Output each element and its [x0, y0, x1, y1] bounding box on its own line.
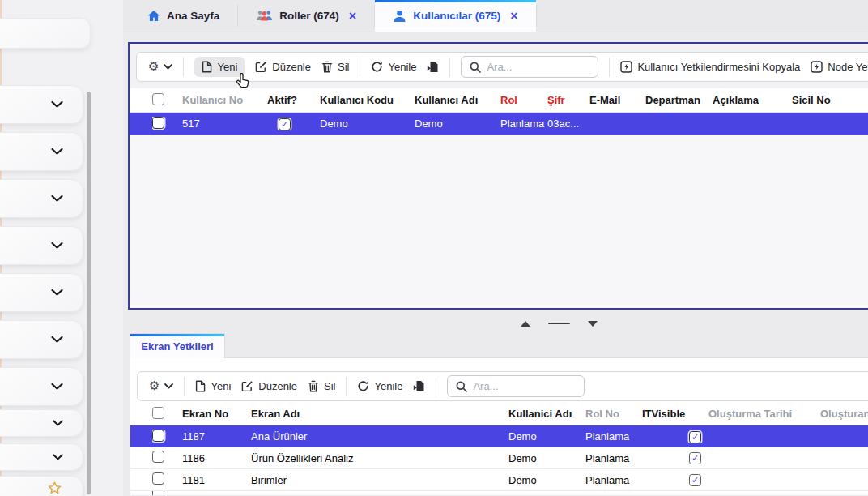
document-icon [202, 61, 212, 73]
sidebar-collapsed-item[interactable] [0, 320, 83, 359]
row-checkbox[interactable] [152, 472, 164, 485]
refresh-button[interactable]: Yenile [371, 61, 416, 73]
close-tab-icon[interactable]: × [349, 10, 356, 23]
chevron-down-icon [51, 148, 63, 156]
column-header[interactable]: Kullanıcı Kodu [320, 94, 415, 106]
sidebar-collapsed-item[interactable] [0, 132, 83, 171]
sidebar-collapsed-item[interactable] [0, 179, 83, 218]
column-header[interactable]: Kullanıcı Adı [415, 94, 500, 106]
toolbar-separator [183, 58, 184, 77]
edit-button[interactable]: Düzenle [241, 380, 297, 392]
table-row[interactable]: 1181 Birimler Demo Planlama [130, 469, 868, 491]
toolbar-separator [346, 377, 347, 396]
table-row[interactable]: 1186 Ürün Özellikleri Analiz Demo Planla… [130, 447, 868, 469]
delete-button[interactable]: Sil [308, 380, 335, 392]
aktif-checkbox[interactable] [279, 118, 291, 130]
itvisible-checkbox[interactable] [689, 474, 701, 486]
column-header[interactable]: Oluşturma Tarihi [708, 408, 820, 420]
chevron-down-icon [51, 101, 63, 109]
table-row-partial[interactable] [130, 491, 868, 496]
column-header[interactable]: Oluşturan K [820, 408, 868, 420]
chevron-down-icon [51, 289, 63, 297]
column-header[interactable]: Ekran No [182, 408, 251, 420]
export-button[interactable] [427, 61, 439, 73]
chevron-down-icon [51, 195, 63, 203]
settings-menu-button[interactable]: ⚙ [148, 61, 172, 73]
refresh-icon [357, 380, 369, 392]
tab-label: Ana Sayfa [167, 10, 219, 22]
splitter-collapse-down-button[interactable] [588, 321, 598, 327]
column-header[interactable]: Kullanıcı No [182, 94, 267, 106]
sidebar-collapsed-item[interactable] [0, 409, 83, 437]
settings-menu-button[interactable]: ⚙ [149, 380, 173, 392]
favorite-star-icon[interactable] [48, 481, 62, 494]
tab-ekran-yetkileri[interactable]: Ekran Yetkileri [130, 333, 225, 358]
sidebar-collapsed-item[interactable] [0, 476, 83, 496]
column-header[interactable]: Sicil No [792, 94, 868, 106]
document-icon [195, 380, 206, 392]
table-row-selected[interactable]: 517 Demo Demo Planlama 03ac... [130, 113, 868, 135]
chevron-down-icon [51, 336, 63, 344]
tab-kullanicilar[interactable]: Kullanıcılar (675) × [375, 0, 535, 32]
column-header[interactable]: Ekran Adı [251, 408, 508, 420]
toolbar-separator [449, 58, 450, 77]
screens-search-box[interactable] [447, 375, 585, 397]
users-table-empty-area [130, 135, 868, 308]
home-icon [147, 10, 160, 22]
sidebar [0, 0, 123, 496]
users-search-box[interactable] [461, 56, 598, 78]
sidebar-collapsed-item[interactable] [0, 226, 83, 265]
column-header[interactable]: Departman [645, 94, 713, 106]
splitter-drag-handle[interactable] [548, 323, 570, 325]
delete-button[interactable]: Sil [321, 61, 349, 73]
copy-user-auth-button[interactable]: Kullanıcı Yetkilendirmesini Kopyala [620, 61, 800, 73]
select-all-checkbox[interactable] [152, 93, 164, 105]
table-row-selected[interactable]: 1187 Ana Ürünler Demo Planlama [130, 425, 868, 447]
toolbar-separator [184, 377, 185, 396]
column-header[interactable]: Açıklama [713, 94, 792, 106]
column-header[interactable]: ITVisible [642, 408, 708, 420]
close-tab-icon[interactable]: × [510, 10, 517, 23]
column-header[interactable]: Aktif? [267, 94, 320, 106]
column-header[interactable]: Rol No [585, 408, 642, 420]
splitter [502, 315, 615, 331]
tab-roller[interactable]: Roller (674) × [238, 0, 374, 32]
node-auth-button[interactable]: Node Yetkilendir [811, 61, 868, 73]
column-header[interactable]: Kullanici Adı [508, 408, 585, 420]
screens-search-input[interactable] [473, 380, 573, 392]
edit-icon [241, 380, 253, 392]
sidebar-collapsed-item[interactable] [0, 85, 83, 124]
refresh-button[interactable]: Yenile [357, 380, 402, 392]
itvisible-checkbox[interactable] [689, 452, 701, 464]
users-table-header: Kullanıcı No Aktif? Kullanıcı Kodu Kulla… [130, 88, 868, 113]
flash-square-icon [620, 61, 632, 73]
tab-label: Kullanıcılar (675) [413, 10, 500, 22]
splitter-collapse-up-button[interactable] [521, 321, 530, 327]
trash-icon [308, 380, 319, 392]
users-search-input[interactable] [487, 61, 587, 73]
sidebar-collapsed-item[interactable] [0, 273, 83, 312]
row-checkbox[interactable] [152, 491, 164, 496]
select-all-checkbox[interactable] [152, 407, 164, 419]
sidebar-scrollbar[interactable] [87, 92, 91, 494]
tab-ana-sayfa[interactable]: Ana Sayfa [130, 0, 237, 32]
row-checkbox[interactable] [152, 451, 164, 463]
tab-separator [536, 5, 537, 27]
column-header[interactable]: Rol [500, 94, 547, 106]
sidebar-collapsed-item[interactable] [0, 443, 83, 471]
edit-button[interactable]: Düzenle [255, 61, 311, 73]
export-button[interactable] [413, 380, 425, 392]
new-button[interactable]: Yeni [195, 380, 231, 392]
sidebar-collapsed-item[interactable] [0, 367, 83, 406]
column-header[interactable]: Şifr [547, 94, 589, 106]
chevron-down-icon [53, 420, 63, 426]
row-checkbox[interactable] [152, 117, 164, 129]
user-icon [393, 10, 406, 23]
mouse-cursor [236, 73, 250, 89]
itvisible-checkbox[interactable] [689, 431, 701, 443]
column-header[interactable]: E-Mail [589, 94, 645, 106]
chevron-down-icon [51, 383, 63, 391]
gear-icon: ⚙ [149, 380, 160, 392]
sidebar-top-card[interactable] [0, 18, 91, 49]
row-checkbox[interactable] [152, 430, 164, 442]
